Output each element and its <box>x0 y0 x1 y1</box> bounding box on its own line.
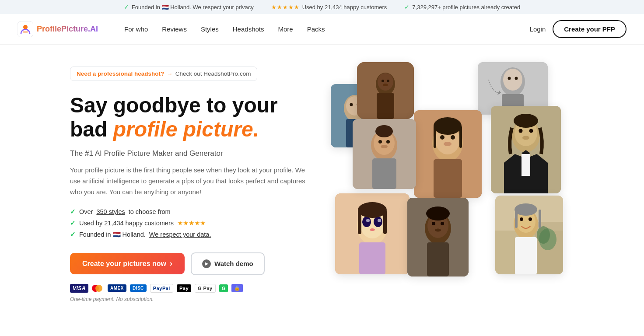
svg-point-70 <box>426 206 450 220</box>
logo-text: ProfilePicture.AI <box>37 24 98 34</box>
nav-item-styles[interactable]: Styles <box>201 25 219 33</box>
svg-rect-10 <box>377 93 394 119</box>
heading-line2-plain: bad <box>70 118 113 141</box>
svg-rect-41 <box>434 126 436 148</box>
svg-point-68 <box>435 229 441 232</box>
nav-item-packs[interactable]: Packs <box>307 25 325 33</box>
promo-need-text: Need a professional headshot? <box>77 70 164 77</box>
hero-heading: Say goodbye to your bad profile picture. <box>70 93 313 141</box>
feature-item-founded: ✓ Founded in 🇳🇱 Holland. We respect your… <box>70 231 313 238</box>
discover-badge: DISC <box>130 284 147 292</box>
nav-link-more[interactable]: More <box>278 25 293 33</box>
svg-rect-62 <box>383 210 387 234</box>
stats-section: 7,329,297 profile pictures already <box>0 320 644 336</box>
top-bar: ✓ Founded in 🇳🇱 Holland. We respect your… <box>0 0 644 14</box>
collage-photo-8 <box>407 198 469 276</box>
svg-rect-61 <box>358 210 361 234</box>
topbar-founded-text: Founded in 🇳🇱 Holland. We respect your p… <box>132 4 254 10</box>
svg-point-55 <box>374 217 382 227</box>
check-icon-founded: ✓ <box>70 231 76 238</box>
nav-link-headshots[interactable]: Headshots <box>233 25 264 33</box>
svg-point-37 <box>451 135 455 140</box>
feature-item-customers: ✓ Used by 21,434 happy customers ★★★★★ <box>70 220 313 227</box>
svg-rect-80 <box>515 237 537 274</box>
mc-right <box>95 285 102 292</box>
topbar-item-founded: ✓ Founded in 🇳🇱 Holland. We respect your… <box>124 4 254 10</box>
nav-link-for-who[interactable]: For who <box>124 25 148 33</box>
nav-item-reviews[interactable]: Reviews <box>162 25 187 33</box>
photo-6-svg <box>491 106 561 193</box>
check-icon-2: ✓ <box>404 4 410 10</box>
watch-demo-label: Watch demo <box>214 260 253 267</box>
feature-item-styles: ✓ Over 350 styles to choose from <box>70 208 313 215</box>
svg-point-46 <box>519 129 523 133</box>
nav-link-packs[interactable]: Packs <box>307 25 325 33</box>
svg-point-57 <box>378 219 381 222</box>
svg-point-1 <box>23 25 28 29</box>
svg-rect-82 <box>515 210 518 228</box>
svg-rect-39 <box>434 159 462 198</box>
logo[interactable]: ProfilePicture.AI <box>18 21 98 37</box>
watch-demo-button[interactable]: ▶ Watch demo <box>191 252 265 275</box>
login-button[interactable]: Login <box>530 25 546 33</box>
svg-point-9 <box>383 84 388 86</box>
nav-item-more[interactable]: More <box>278 25 293 33</box>
svg-point-8 <box>387 80 389 82</box>
svg-point-29 <box>381 145 388 148</box>
other-badge: 🔒 <box>231 284 243 292</box>
feature-founded-text: Founded in 🇳🇱 Holland. <box>79 231 146 238</box>
heading-line1: Say goodbye to your <box>70 94 278 117</box>
amex-badge: AMEX <box>108 284 126 292</box>
topbar-stars: ★★★★★ <box>271 4 300 10</box>
one-time-note: One-time payment. No subscription. <box>70 296 313 302</box>
svg-point-54 <box>362 217 371 227</box>
photo-9-svg <box>495 196 563 274</box>
create-pictures-label: Create your pictures now <box>82 260 166 268</box>
topbar-item-count: ✓ 7,329,297+ profile pictures already cr… <box>404 4 520 10</box>
svg-point-67 <box>441 222 444 225</box>
collage-photo-9 <box>495 196 563 274</box>
hero-right: Training set <box>331 62 574 290</box>
svg-point-22 <box>515 77 518 80</box>
collage-photo-6 <box>491 106 561 193</box>
promo-banner[interactable]: Need a professional headshot? → Check ou… <box>70 66 257 81</box>
topbar-count-text: 7,329,297+ profile pictures already crea… <box>412 4 520 10</box>
check-icon-customers: ✓ <box>70 220 76 227</box>
svg-rect-2 <box>23 31 28 33</box>
photo-8-svg <box>407 198 469 276</box>
svg-point-81 <box>514 203 537 216</box>
nav-link-styles[interactable]: Styles <box>201 25 219 33</box>
payment-row: VISA AMEX DISC PayPal Pay G Pay G 🔒 <box>70 284 313 293</box>
svg-point-47 <box>529 129 533 133</box>
svg-point-38 <box>444 142 452 146</box>
collage-photo-1 <box>357 62 414 119</box>
create-pictures-button[interactable]: Create your pictures now › <box>70 253 185 274</box>
svg-marker-3 <box>497 91 501 95</box>
image-collage: Training set <box>331 62 574 290</box>
svg-point-28 <box>386 140 390 144</box>
photo-7-svg <box>335 193 410 274</box>
play-icon: ▶ <box>202 259 211 268</box>
features-list: ✓ Over 350 styles to choose from ✓ Used … <box>70 208 313 238</box>
googlepay-badge: G Pay <box>195 284 216 293</box>
visa-badge: VISA <box>70 284 88 293</box>
svg-point-58 <box>370 228 375 231</box>
heading-highlight: profile picture. <box>113 118 259 141</box>
nav-item-headshots[interactable]: Headshots <box>233 25 264 33</box>
svg-rect-30 <box>372 158 396 189</box>
feature-styles-link[interactable]: 350 styles <box>96 208 125 215</box>
nav-item-for-who[interactable]: For who <box>124 25 148 33</box>
navbar: ProfilePicture.AI For who Reviews Styles… <box>0 14 644 45</box>
promo-link-text: Check out HeadshotPro.com <box>175 70 251 77</box>
feature-privacy-link[interactable]: We respect your data. <box>149 231 211 238</box>
promo-arrow: → <box>167 70 173 77</box>
create-pfp-button[interactable]: Create your PFP <box>553 20 626 38</box>
svg-point-7 <box>382 80 384 82</box>
svg-point-78 <box>520 217 523 221</box>
svg-point-27 <box>378 140 382 144</box>
applepay-badge: Pay <box>177 284 191 292</box>
svg-point-60 <box>358 202 387 218</box>
topbar-rating-text: Used by 21,434 happy customers <box>302 4 387 10</box>
collage-photo-5 <box>414 110 482 198</box>
nav-link-reviews[interactable]: Reviews <box>162 25 187 33</box>
